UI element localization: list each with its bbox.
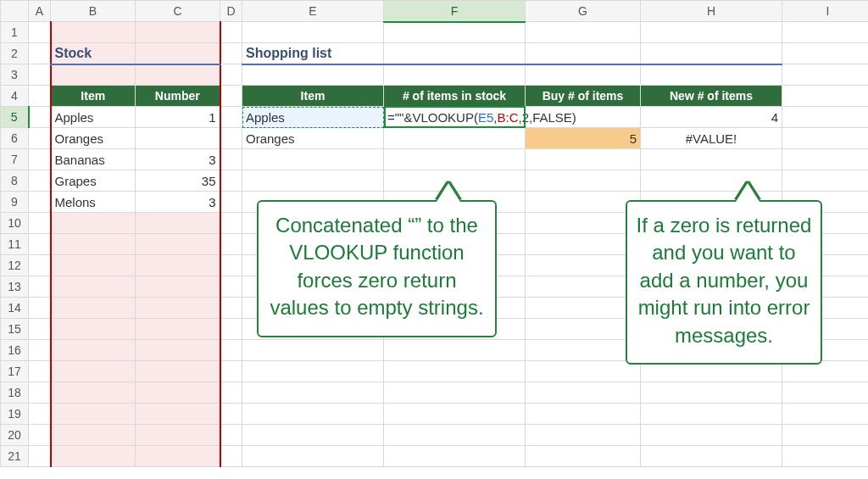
cell-F3[interactable] — [384, 64, 526, 86]
cell-D20[interactable] — [220, 425, 242, 446]
cell-E4[interactable]: Item — [242, 86, 384, 107]
cell-B20[interactable] — [51, 425, 136, 446]
cell-I19[interactable] — [782, 404, 869, 425]
cell-D18[interactable] — [220, 382, 242, 404]
cell-D11[interactable] — [220, 234, 242, 255]
cell-F2[interactable] — [384, 43, 526, 64]
cell-A15[interactable] — [29, 319, 51, 340]
cell-E19[interactable] — [242, 404, 384, 425]
row-header-20[interactable]: 20 — [1, 425, 29, 446]
cell-B19[interactable] — [51, 404, 136, 425]
cell-C16[interactable] — [136, 340, 220, 361]
cell-C17[interactable] — [136, 361, 220, 382]
row-header-5[interactable]: 5 — [1, 107, 29, 128]
cell-D19[interactable] — [220, 404, 242, 425]
cell-B14[interactable] — [51, 298, 136, 319]
cell-A18[interactable] — [29, 382, 51, 404]
cell-B12[interactable] — [51, 255, 136, 276]
row-header-13[interactable]: 13 — [1, 276, 29, 298]
cell-I7[interactable] — [782, 149, 869, 170]
cell-G21[interactable] — [526, 446, 641, 467]
row-header-11[interactable]: 11 — [1, 234, 29, 255]
cell-C5[interactable]: 1 — [136, 107, 220, 128]
cell-B5[interactable]: Apples — [51, 107, 136, 128]
cell-E8[interactable] — [242, 170, 384, 192]
cell-A5[interactable] — [29, 107, 51, 128]
row-header-19[interactable]: 19 — [1, 404, 29, 425]
cell-B17[interactable] — [51, 361, 136, 382]
cell-A13[interactable] — [29, 276, 51, 298]
cell-A19[interactable] — [29, 404, 51, 425]
worksheet[interactable]: A B C D E F G H I 12StockShopping list34… — [0, 0, 868, 479]
cell-G7[interactable] — [526, 149, 641, 170]
cell-A11[interactable] — [29, 234, 51, 255]
cell-C6[interactable] — [136, 128, 220, 149]
row-header-9[interactable]: 9 — [1, 192, 29, 213]
cell-B3[interactable] — [51, 64, 136, 86]
cell-A10[interactable] — [29, 213, 51, 234]
cell-I3[interactable] — [782, 64, 869, 86]
cell-D14[interactable] — [220, 298, 242, 319]
cell-D8[interactable] — [220, 170, 242, 192]
cell-B18[interactable] — [51, 382, 136, 404]
cell-D9[interactable] — [220, 192, 242, 213]
cell-A6[interactable] — [29, 128, 51, 149]
cell-C14[interactable] — [136, 298, 220, 319]
cell-I1[interactable] — [782, 22, 869, 43]
cell-A12[interactable] — [29, 255, 51, 276]
select-all-corner[interactable] — [1, 1, 29, 22]
cell-H7[interactable] — [641, 149, 782, 170]
cell-C10[interactable] — [136, 213, 220, 234]
cell-C20[interactable] — [136, 425, 220, 446]
cell-E20[interactable] — [242, 425, 384, 446]
cell-C12[interactable] — [136, 255, 220, 276]
row-header-6[interactable]: 6 — [1, 128, 29, 149]
cell-H6[interactable]: #VALUE! — [641, 128, 782, 149]
cell-C7[interactable]: 3 — [136, 149, 220, 170]
row-header-18[interactable]: 18 — [1, 382, 29, 404]
cell-G6[interactable]: 5 — [526, 128, 641, 149]
cell-G13[interactable] — [526, 276, 641, 298]
cell-A8[interactable] — [29, 170, 51, 192]
cell-B9[interactable]: Melons — [51, 192, 136, 213]
col-header-F[interactable]: F — [384, 1, 526, 22]
cell-G20[interactable] — [526, 425, 641, 446]
cell-D15[interactable] — [220, 319, 242, 340]
cell-G9[interactable] — [526, 192, 641, 213]
cell-H2[interactable] — [641, 43, 782, 64]
cell-B7[interactable]: Bananas — [51, 149, 136, 170]
cell-I8[interactable] — [782, 170, 869, 192]
cell-A17[interactable] — [29, 361, 51, 382]
cell-B2[interactable]: Stock — [51, 43, 136, 64]
row-header-16[interactable]: 16 — [1, 340, 29, 361]
cell-F4[interactable]: # of items in stock — [384, 86, 526, 107]
cell-B21[interactable] — [51, 446, 136, 467]
row-header-1[interactable]: 1 — [1, 22, 29, 43]
cell-D6[interactable] — [220, 128, 242, 149]
cell-A20[interactable] — [29, 425, 51, 446]
cell-D13[interactable] — [220, 276, 242, 298]
cell-G12[interactable] — [526, 255, 641, 276]
cell-C2[interactable] — [136, 43, 220, 64]
cell-I21[interactable] — [782, 446, 869, 467]
cell-D3[interactable] — [220, 64, 242, 86]
cell-C11[interactable] — [136, 234, 220, 255]
cell-H4[interactable]: New # of items — [641, 86, 782, 107]
cell-D12[interactable] — [220, 255, 242, 276]
row-header-12[interactable]: 12 — [1, 255, 29, 276]
cell-E1[interactable] — [242, 22, 384, 43]
cell-A14[interactable] — [29, 298, 51, 319]
row-header-21[interactable]: 21 — [1, 446, 29, 467]
cell-F6[interactable] — [384, 128, 526, 149]
row-header-4[interactable]: 4 — [1, 86, 29, 107]
cell-I6[interactable] — [782, 128, 869, 149]
cell-F7[interactable] — [384, 149, 526, 170]
cell-G11[interactable] — [526, 234, 641, 255]
col-header-G[interactable]: G — [526, 1, 641, 22]
cell-B8[interactable]: Grapes — [51, 170, 136, 192]
cell-C8[interactable]: 35 — [136, 170, 220, 192]
cell-H8[interactable] — [641, 170, 782, 192]
cell-D17[interactable] — [220, 361, 242, 382]
cell-E21[interactable] — [242, 446, 384, 467]
cell-H21[interactable] — [641, 446, 782, 467]
